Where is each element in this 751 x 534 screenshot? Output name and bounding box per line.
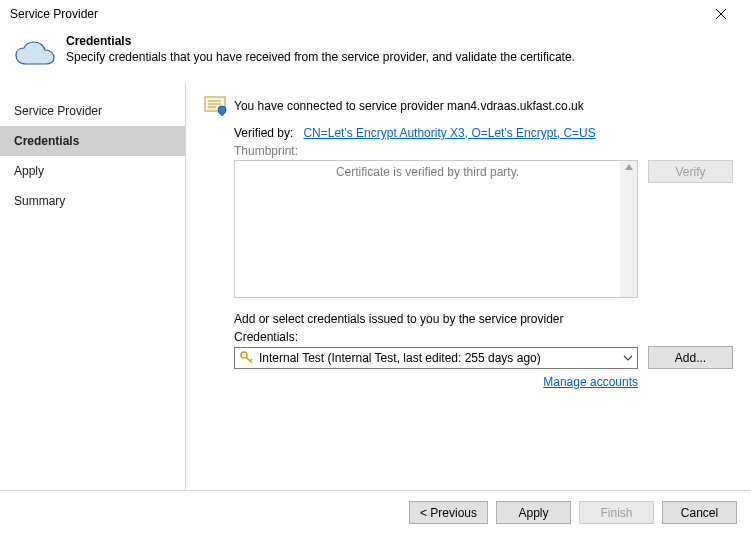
finish-button: Finish (579, 501, 654, 524)
verified-by-label: Verified by: (234, 126, 293, 140)
svg-marker-7 (625, 164, 633, 170)
cloud-icon (14, 40, 56, 68)
window-title: Service Provider (10, 7, 98, 21)
previous-button[interactable]: < Previous (409, 501, 488, 524)
apply-button[interactable]: Apply (496, 501, 571, 524)
sidebar-item-service-provider[interactable]: Service Provider (0, 96, 185, 126)
cancel-button[interactable]: Cancel (662, 501, 737, 524)
thumbprint-scroll-up[interactable] (620, 161, 637, 297)
chevron-down-icon[interactable] (619, 348, 637, 368)
sidebar-item-summary[interactable]: Summary (0, 186, 185, 216)
certificate-icon (204, 96, 228, 116)
connected-text: You have connected to service provider m… (234, 99, 584, 113)
sidebar: Service Provider Credentials Apply Summa… (0, 82, 186, 490)
credentials-label: Credentials: (234, 330, 733, 344)
svg-line-10 (250, 359, 252, 361)
key-icon (239, 350, 255, 366)
add-button[interactable]: Add... (648, 346, 733, 369)
sidebar-item-credentials[interactable]: Credentials (0, 126, 185, 156)
thumbprint-text: Certificate is verified by third party. (235, 161, 620, 297)
close-button[interactable] (701, 3, 741, 25)
credentials-selected-text: Internal Test (Internal Test, last edite… (259, 351, 619, 365)
sidebar-item-apply[interactable]: Apply (0, 156, 185, 186)
manage-accounts-link[interactable]: Manage accounts (543, 375, 638, 389)
verify-button: Verify (648, 160, 733, 183)
credentials-combobox[interactable]: Internal Test (Internal Test, last edite… (234, 347, 638, 369)
verified-by-link[interactable]: CN=Let's Encrypt Authority X3, O=Let's E… (303, 126, 595, 140)
svg-point-6 (218, 106, 226, 114)
page-heading: Credentials (66, 34, 575, 48)
page-subheading: Specify credentials that you have receiv… (66, 50, 575, 64)
thumbprint-box: Certificate is verified by third party. (234, 160, 638, 298)
thumbprint-label: Thumbprint: (234, 144, 733, 158)
credentials-instruction: Add or select credentials issued to you … (234, 312, 733, 326)
